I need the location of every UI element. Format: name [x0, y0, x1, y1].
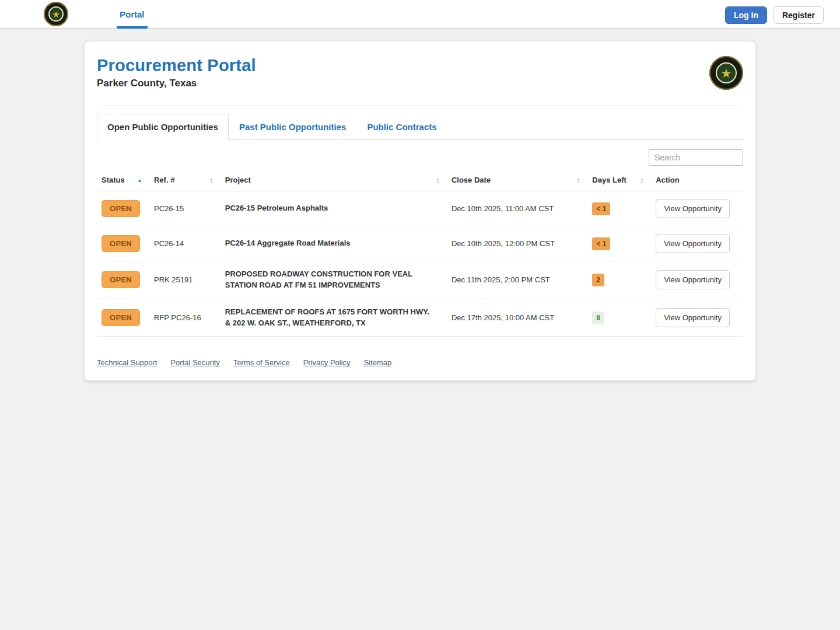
ref-cell: PC26-15 — [149, 191, 220, 226]
search-input[interactable] — [649, 149, 743, 166]
project-cell: PC26-15 Petroleum Asphalts — [220, 191, 447, 226]
tab-bar: Open Public Opportunities Past Public Op… — [97, 114, 743, 140]
days-left-badge: 2 — [592, 274, 604, 286]
nav-portal-label: Portal — [120, 9, 145, 19]
ref-cell: PC26-14 — [149, 226, 220, 261]
view-opportunity-button[interactable]: View Opportunity — [656, 270, 730, 289]
county-seal-large: ★ — [709, 56, 743, 90]
table-header-row: Status ▲ Ref. # ▲▼ Project ▲▼ Close Date… — [97, 170, 743, 191]
status-badge: OPEN — [102, 309, 140, 326]
register-button[interactable]: Register — [774, 6, 824, 24]
days-left-badge: < 1 — [592, 202, 610, 215]
page-title: Procurement Portal — [97, 56, 256, 75]
nav-actions: Log In Register — [725, 6, 824, 24]
link-technical-support[interactable]: Technical Support — [97, 358, 157, 367]
status-badge: OPEN — [102, 271, 140, 288]
tab-public-contracts[interactable]: Public Contracts — [356, 114, 447, 140]
view-opportunity-button[interactable]: View Opportunity — [656, 234, 730, 253]
tab-past-public-opportunities[interactable]: Past Public Opportunities — [229, 114, 356, 140]
sort-icon: ▲▼ — [576, 177, 580, 183]
column-label: Action — [656, 176, 679, 184]
procurement-portal-card: Procurement Portal Parker County, Texas … — [84, 41, 756, 381]
sort-icon: ▲▼ — [436, 177, 440, 183]
ref-cell: RFP PC26-16 — [149, 299, 220, 337]
ref-cell: PRK 25191 — [149, 261, 220, 299]
view-opportunity-button[interactable]: View Opportunity — [656, 308, 730, 327]
close-date-cell: Dec 10th 2025, 12:00 PM CST — [447, 226, 587, 261]
column-header-status[interactable]: Status ▲ — [97, 170, 149, 191]
link-sitemap[interactable]: Sitemap — [364, 358, 392, 367]
view-opportunity-button[interactable]: View Opportunity — [656, 199, 730, 218]
seal-star-icon: ★ — [48, 6, 64, 22]
project-cell: PROPOSED ROADWAY CONSTRUCTION FOR VEAL S… — [220, 261, 447, 299]
column-label: Project — [225, 176, 251, 184]
link-terms-of-service[interactable]: Terms of Service — [233, 358, 290, 367]
close-date-cell: Dec 11th 2025, 2:00 PM CST — [447, 261, 587, 299]
nav-portal-link[interactable]: Portal — [117, 0, 148, 29]
days-left-badge: < 1 — [592, 237, 610, 250]
status-badge: OPEN — [102, 200, 140, 217]
table-row: OPEN PC26-14 PC26-14 Aggregate Road Mate… — [97, 226, 743, 261]
project-cell: PC26-14 Aggregate Road Materials — [220, 226, 447, 261]
link-portal-security[interactable]: Portal Security — [170, 358, 220, 367]
seal-star-icon: ★ — [716, 62, 737, 83]
top-navbar: ★ Portal Log In Register — [0, 0, 840, 29]
column-label: Days Left — [592, 176, 626, 184]
page-subtitle: Parker County, Texas — [97, 78, 256, 89]
project-cell: REPLACEMENT OF ROOFS AT 1675 FORT WORTH … — [220, 299, 447, 337]
column-header-days-left[interactable]: Days Left ▲▼ — [587, 170, 651, 191]
table-row: OPEN RFP PC26-16 REPLACEMENT OF ROOFS AT… — [97, 299, 743, 337]
column-header-ref[interactable]: Ref. # ▲▼ — [149, 170, 220, 191]
sort-icon: ▲▼ — [209, 177, 214, 183]
column-header-action: Action — [651, 170, 743, 191]
sort-icon: ▲▼ — [640, 177, 644, 183]
column-header-project[interactable]: Project ▲▼ — [220, 170, 447, 191]
county-seal-logo: ★ — [44, 2, 68, 26]
table-row: OPEN PRK 25191 PROPOSED ROADWAY CONSTRUC… — [97, 261, 743, 299]
active-tab-indicator — [117, 26, 148, 29]
column-label: Close Date — [452, 176, 491, 184]
title-block: Procurement Portal Parker County, Texas — [97, 56, 256, 89]
column-label: Ref. # — [154, 176, 174, 184]
column-header-close-date[interactable]: Close Date ▲▼ — [447, 170, 587, 191]
tab-open-public-opportunities[interactable]: Open Public Opportunities — [97, 114, 229, 140]
search-row — [97, 149, 743, 166]
header-divider — [97, 106, 743, 106]
status-badge: OPEN — [102, 235, 140, 252]
close-date-cell: Dec 10th 2025, 11:00 AM CST — [447, 191, 587, 226]
sort-asc-icon: ▲ — [137, 177, 142, 183]
footer-links: Technical Support Portal Security Terms … — [97, 358, 743, 367]
days-left-badge: 8 — [592, 312, 604, 324]
close-date-cell: Dec 17th 2025, 10:00 AM CST — [447, 299, 587, 337]
table-row: OPEN PC26-15 PC26-15 Petroleum Asphalts … — [97, 191, 743, 226]
link-privacy-policy[interactable]: Privacy Policy — [303, 358, 351, 367]
opportunities-table: Status ▲ Ref. # ▲▼ Project ▲▼ Close Date… — [97, 170, 743, 337]
login-button[interactable]: Log In — [725, 6, 767, 24]
column-label: Status — [102, 176, 125, 184]
card-header: Procurement Portal Parker County, Texas … — [97, 54, 743, 90]
